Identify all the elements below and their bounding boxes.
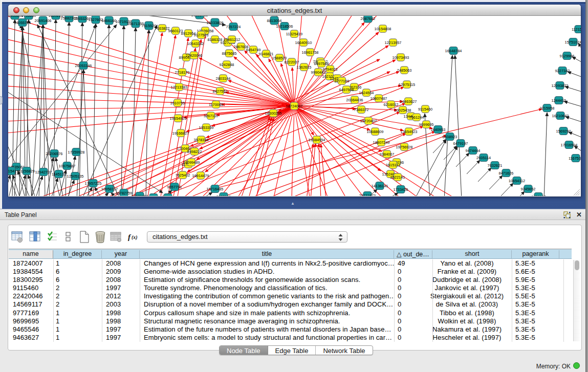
svg-text:16640910: 16640910 (295, 40, 312, 45)
svg-text:15720407: 15720407 (360, 119, 377, 123)
svg-text:(x): (x) (132, 234, 138, 240)
svg-text:1167534: 1167534 (569, 156, 581, 161)
svg-text:1569297: 1569297 (556, 129, 571, 134)
svg-text:16782759: 16782759 (116, 191, 133, 195)
svg-text:9217207: 9217207 (146, 195, 161, 196)
svg-text:12975115: 12975115 (399, 82, 415, 87)
svg-text:6216012: 6216012 (384, 102, 399, 107)
svg-text:19756928: 19756928 (396, 145, 413, 149)
svg-text:10228452: 10228452 (191, 16, 208, 17)
svg-text:3267110: 3267110 (204, 114, 218, 118)
svg-text:19654925: 19654925 (170, 116, 187, 121)
svg-text:15751074: 15751074 (565, 40, 581, 45)
svg-text:4735650: 4735650 (21, 16, 36, 18)
svg-text:3578334: 3578334 (194, 138, 209, 142)
svg-text:10654112: 10654112 (509, 179, 525, 183)
svg-text:19166827: 19166827 (172, 131, 189, 136)
svg-text:9242848: 9242848 (220, 62, 234, 67)
svg-text:9915417: 9915417 (8, 169, 18, 173)
svg-text:6479197: 6479197 (453, 141, 468, 146)
svg-text:10025438: 10025438 (395, 108, 411, 113)
svg-text:6497548: 6497548 (314, 61, 329, 66)
svg-text:3215958: 3215958 (540, 106, 555, 111)
svg-text:12093872: 12093872 (552, 83, 569, 88)
svg-text:9115460: 9115460 (418, 107, 432, 112)
svg-text:12213383: 12213383 (171, 85, 188, 90)
svg-text:1010755: 1010755 (170, 101, 185, 105)
svg-text:2935114: 2935114 (476, 156, 491, 160)
svg-text:8875685: 8875685 (222, 51, 237, 56)
svg-text:10688609: 10688609 (367, 129, 384, 134)
svg-text:17957225: 17957225 (85, 181, 102, 186)
svg-text:4439167: 4439167 (531, 194, 546, 196)
svg-text:1640953: 1640953 (431, 127, 446, 132)
svg-text:8813054: 8813054 (267, 18, 282, 23)
svg-text:7625402: 7625402 (176, 173, 190, 178)
svg-text:16033809: 16033809 (207, 20, 224, 25)
svg-text:8489709: 8489709 (161, 195, 176, 196)
svg-text:2087682: 2087682 (361, 16, 376, 21)
svg-text:1362615: 1362615 (297, 65, 312, 70)
svg-text:1145131: 1145131 (52, 172, 66, 177)
svg-text:9474444: 9474444 (466, 148, 481, 153)
svg-text:9129966: 9129966 (560, 54, 575, 58)
svg-text:9245652: 9245652 (521, 187, 536, 191)
svg-text:7357224: 7357224 (226, 25, 241, 29)
svg-text:10973493: 10973493 (393, 55, 409, 60)
svg-text:18807249: 18807249 (373, 140, 390, 145)
svg-text:9127503: 9127503 (194, 33, 209, 37)
svg-text:16648784: 16648784 (445, 49, 462, 53)
svg-text:8427552: 8427552 (213, 89, 228, 94)
svg-text:5498222: 5498222 (187, 149, 202, 154)
svg-text:15461212: 15461212 (224, 37, 241, 42)
svg-text:16914479: 16914479 (192, 173, 209, 178)
svg-text:20691406: 20691406 (35, 18, 52, 23)
svg-text:1353359: 1353359 (199, 125, 214, 130)
svg-text:15716485: 15716485 (207, 187, 224, 191)
svg-text:6938923: 6938923 (443, 135, 458, 139)
svg-text:12923468: 12923468 (132, 194, 148, 196)
svg-text:14136141: 14136141 (372, 184, 388, 188)
svg-text:22420046: 22420046 (186, 53, 203, 58)
svg-text:7515520: 7515520 (142, 24, 157, 28)
svg-text:12942737: 12942737 (35, 170, 52, 174)
svg-text:10807487: 10807487 (371, 96, 387, 101)
svg-text:12505135: 12505135 (67, 174, 84, 179)
svg-text:10975887: 10975887 (59, 164, 76, 168)
svg-text:8222037: 8222037 (285, 60, 299, 64)
svg-text:f: f (128, 233, 132, 241)
svg-text:14055724: 14055724 (14, 20, 31, 25)
svg-text:11325419: 11325419 (286, 32, 302, 36)
svg-text:16210643: 16210643 (552, 114, 569, 118)
svg-text:6497508: 6497508 (339, 87, 354, 92)
svg-text:9227342: 9227342 (555, 69, 570, 73)
svg-text:8794023: 8794023 (323, 67, 338, 72)
svg-text:9146821: 9146821 (259, 52, 274, 56)
svg-text:26206576: 26206576 (46, 151, 63, 156)
svg-text:6466160: 6466160 (102, 18, 117, 23)
svg-text:9384067: 9384067 (380, 152, 395, 157)
svg-text:8471626: 8471626 (499, 171, 514, 176)
svg-text:7386372: 7386372 (354, 107, 369, 112)
svg-text:9699695: 9699695 (419, 122, 434, 127)
svg-text:17359928: 17359928 (68, 150, 85, 155)
svg-text:1244415: 1244415 (552, 98, 567, 103)
svg-text:1527602: 1527602 (89, 17, 103, 22)
svg-text:12213957: 12213957 (385, 40, 402, 45)
svg-text:10154808: 10154808 (375, 27, 391, 31)
svg-text:11156829: 11156829 (18, 169, 35, 173)
svg-text:1121544: 1121544 (572, 27, 581, 32)
svg-text:1615112: 1615112 (386, 163, 400, 167)
svg-text:7632621: 7632621 (488, 163, 503, 168)
svg-text:7485063: 7485063 (397, 68, 412, 73)
svg-text:5682115: 5682115 (216, 194, 231, 196)
svg-text:7561244: 7561244 (409, 115, 424, 120)
svg-text:2718170: 2718170 (175, 70, 190, 75)
svg-text:2522141: 2522141 (390, 175, 405, 180)
svg-text:18300295: 18300295 (265, 111, 282, 116)
svg-text:13654923: 13654923 (401, 129, 418, 134)
svg-text:18724007: 18724007 (286, 104, 303, 108)
svg-text:26053346: 26053346 (75, 63, 92, 68)
svg-text:2803144: 2803144 (216, 76, 231, 81)
svg-text:9777169: 9777169 (335, 79, 350, 83)
